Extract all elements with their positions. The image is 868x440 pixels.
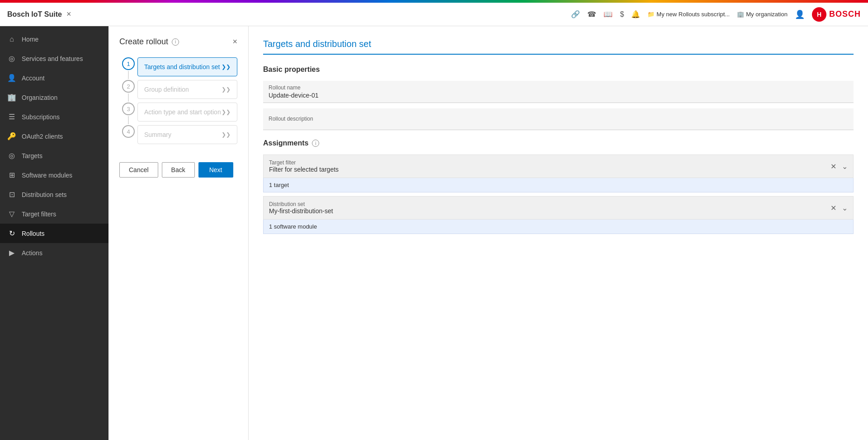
step-button-3[interactable]: Action type and start option ❯❯ — [137, 103, 237, 122]
step-button-1[interactable]: Targets and distribution set ❯❯ — [137, 57, 237, 76]
distribution-set-field: Distribution set My-first-distribution-s… — [263, 196, 854, 234]
sidebar-item-targets[interactable]: ◎ Targets — [0, 146, 108, 165]
subscription-text: My new Rollouts subscript... — [656, 11, 730, 18]
wizard-info-icon[interactable]: i — [172, 38, 179, 46]
services-icon: ◎ — [7, 54, 16, 63]
sidebar-item-label: Targets — [22, 152, 42, 159]
phone-icon[interactable]: ☎ — [587, 10, 596, 19]
step-left-2: 2 — [119, 80, 137, 103]
step-circle-1: 1 — [122, 57, 135, 70]
sidebar-item-services[interactable]: ◎ Services and features — [0, 49, 108, 68]
sidebar-item-label: Home — [22, 36, 38, 43]
step-chevron-2: ❯❯ — [222, 86, 231, 93]
org-text: My organization — [746, 11, 788, 18]
next-button[interactable]: Next — [198, 162, 233, 178]
wizard-step-row-4: 4 Summary ❯❯ — [119, 125, 237, 148]
step-left-1: 1 — [119, 57, 137, 80]
target-filter-value: Filter for selected targets — [269, 166, 339, 173]
assignments-info-icon[interactable]: i — [312, 140, 319, 147]
step-chevron-3: ❯❯ — [222, 109, 231, 115]
organization-menu[interactable]: 🏢 My organization — [737, 11, 788, 18]
target-filters-icon: ▽ — [7, 210, 16, 218]
sidebar-item-target-filters[interactable]: ▽ Target filters — [0, 204, 108, 224]
distribution-set-value: My-first-distribution-set — [269, 207, 333, 215]
bell-icon[interactable]: 🔔 — [631, 10, 640, 19]
actions-icon: ▶ — [7, 248, 16, 257]
subscription-menu[interactable]: 📁 My new Rollouts subscript... — [647, 11, 730, 18]
sidebar-item-label: Software modules — [22, 172, 72, 179]
step-chevron-4: ❯❯ — [222, 131, 231, 138]
sidebar-item-subscriptions[interactable]: ☰ Subscriptions — [0, 107, 108, 126]
targets-icon: ◎ — [7, 151, 16, 160]
account-icon: 👤 — [7, 74, 16, 82]
step-content-3: Action type and start option ❯❯ — [137, 103, 237, 122]
wizard-step-row-3: 3 Action type and start option ❯❯ — [119, 103, 237, 125]
rollout-description-field: Rollout description — [263, 108, 854, 130]
sidebar-item-distribution[interactable]: ⊡ Distribution sets — [0, 185, 108, 204]
target-filter-dropdown-button[interactable]: ⌄ — [842, 162, 848, 171]
step-line-3 — [128, 116, 129, 124]
sidebar-item-label: OAuth2 clients — [22, 133, 63, 140]
wizard-close-button[interactable]: × — [232, 37, 237, 47]
software-module-count-text: 1 software module — [269, 223, 317, 230]
book-icon[interactable]: 📖 — [604, 10, 613, 19]
step-content-2: Group definition ❯❯ — [137, 80, 237, 99]
sidebar-item-software[interactable]: ⊞ Software modules — [0, 165, 108, 185]
sidebar-item-label: Account — [22, 75, 45, 82]
step-label-2: Group definition — [144, 86, 189, 93]
sidebar-item-rollouts[interactable]: ↻ Rollouts — [0, 224, 108, 243]
step-left-4: 4 — [119, 125, 137, 148]
sidebar: ⌂ Home ◎ Services and features 👤 Account… — [0, 26, 108, 440]
step-label-1: Targets and distribution set — [144, 63, 220, 70]
sidebar-item-organization[interactable]: 🏢 Organization — [0, 88, 108, 107]
wizard-panel: Create rollout i × 1 Targe — [108, 26, 249, 440]
rollout-name-header: Rollout name Update-device-01 — [263, 81, 854, 103]
back-button[interactable]: Back — [162, 162, 195, 178]
form-tab-title: Targets and distribution set — [263, 39, 854, 55]
cancel-button[interactable]: Cancel — [119, 162, 158, 178]
target-filter-clear-button[interactable]: ✕ — [830, 162, 836, 171]
target-count-bar: 1 target — [263, 178, 854, 192]
rollout-name-label: Rollout name — [269, 84, 319, 91]
share-icon[interactable]: 🔗 — [571, 10, 580, 19]
user-icon[interactable]: 👤 — [795, 9, 805, 19]
step-label-3: Action type and start option — [144, 108, 221, 116]
sidebar-item-label: Rollouts — [22, 230, 45, 237]
step-button-4[interactable]: Summary ❯❯ — [137, 125, 237, 144]
header: Bosch IoT Suite × 🔗 ☎ 📖 $ 🔔 📁 My new Rol… — [0, 3, 868, 26]
rollout-description-header: Rollout description — [263, 108, 854, 130]
target-filter-header: Target filter Filter for selected target… — [263, 154, 854, 178]
step-button-2[interactable]: Group definition ❯❯ — [137, 80, 237, 99]
distribution-set-clear-button[interactable]: ✕ — [830, 204, 836, 212]
sidebar-item-actions[interactable]: ▶ Actions — [0, 243, 108, 262]
step-line-2 — [128, 94, 129, 102]
distribution-set-dropdown-button[interactable]: ⌄ — [842, 204, 848, 212]
wizard-step-row-2: 2 Group definition ❯❯ — [119, 80, 237, 103]
subscription-icon: 📁 — [647, 11, 655, 18]
rollout-name-field: Rollout name Update-device-01 — [263, 81, 854, 103]
wizard-actions: Cancel Back Next — [119, 162, 237, 178]
rollout-name-value: Update-device-01 — [269, 92, 319, 99]
wizard-title: Create rollout i — [119, 37, 179, 47]
org-icon: 🏢 — [7, 93, 16, 102]
step-circle-3: 3 — [122, 103, 135, 115]
wizard-header: Create rollout i × — [119, 37, 237, 47]
distribution-set-header: Distribution set My-first-distribution-s… — [263, 196, 854, 220]
distribution-set-label: Distribution set — [269, 201, 333, 207]
header-close-button[interactable]: × — [66, 9, 71, 19]
oauth2-icon: 🔑 — [7, 132, 16, 140]
dollar-icon[interactable]: $ — [620, 10, 624, 19]
step-line-1 — [128, 71, 129, 79]
distribution-icon: ⊡ — [7, 190, 16, 199]
step-label-4: Summary — [144, 131, 171, 138]
bosch-brand-text: BOSCH — [829, 9, 861, 19]
sidebar-item-account[interactable]: 👤 Account — [0, 68, 108, 88]
rollouts-icon: ↻ — [7, 229, 16, 238]
sidebar-item-oauth2[interactable]: 🔑 OAuth2 clients — [0, 126, 108, 146]
rollout-description-label: Rollout description — [269, 116, 313, 122]
content: Create rollout i × 1 Targe — [108, 26, 868, 440]
software-icon: ⊞ — [7, 171, 16, 179]
sidebar-item-home[interactable]: ⌂ Home — [0, 30, 108, 49]
bosch-logo: H BOSCH — [812, 7, 861, 22]
step-left-3: 3 — [119, 103, 137, 125]
